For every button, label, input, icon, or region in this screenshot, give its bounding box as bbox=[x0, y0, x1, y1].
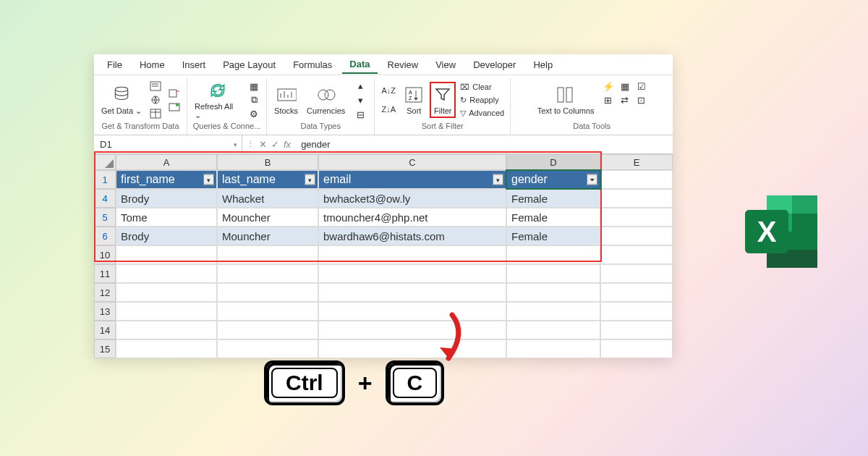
cell-c6[interactable]: bwardhaw6@histats.com bbox=[318, 227, 506, 245]
col-header-a[interactable]: A bbox=[116, 154, 217, 170]
cell-c13[interactable] bbox=[318, 302, 506, 321]
existing-conn-icon[interactable] bbox=[166, 101, 182, 114]
cell-a6[interactable]: Brody bbox=[116, 227, 217, 245]
cell-b11[interactable] bbox=[217, 264, 318, 283]
name-box[interactable]: D1 bbox=[94, 135, 242, 153]
col-header-c[interactable]: C bbox=[318, 154, 506, 170]
scroll-up-icon[interactable]: ▴ bbox=[352, 79, 368, 92]
tab-data[interactable]: Data bbox=[342, 56, 377, 74]
clear-filter-button[interactable]: ⌧Clear bbox=[459, 80, 506, 93]
cell-a10[interactable] bbox=[116, 245, 217, 264]
cell-e6[interactable] bbox=[600, 227, 673, 245]
enter-icon[interactable]: ✓ bbox=[271, 139, 279, 150]
data-validation-icon[interactable]: ☑ bbox=[634, 80, 650, 93]
from-table-icon[interactable] bbox=[148, 107, 163, 120]
cell-b12[interactable] bbox=[217, 283, 318, 302]
cell-e11[interactable] bbox=[600, 264, 673, 283]
queries-icon[interactable]: ▦ bbox=[246, 80, 262, 93]
cell-b6[interactable]: Mouncher bbox=[217, 227, 318, 245]
remove-dup-icon[interactable]: ▦ bbox=[617, 80, 633, 93]
sort-button[interactable]: AZ Sort bbox=[401, 83, 427, 117]
cell-d12[interactable] bbox=[506, 283, 600, 302]
expand-formula-icon[interactable]: ⋮ bbox=[247, 140, 255, 149]
cell-a15[interactable] bbox=[116, 339, 217, 358]
cell-a4[interactable]: Brody bbox=[116, 189, 217, 208]
cell-e15[interactable] bbox=[600, 339, 673, 358]
cell-d10[interactable] bbox=[506, 245, 600, 264]
stocks-button[interactable]: Stocks bbox=[271, 83, 301, 117]
cell-d6[interactable]: Female bbox=[506, 227, 600, 245]
cell-b10[interactable] bbox=[217, 245, 318, 264]
scroll-down-icon[interactable]: ▾ bbox=[352, 93, 368, 106]
row-header-1[interactable]: 1 bbox=[94, 170, 116, 189]
row-header-15[interactable]: 15 bbox=[94, 339, 116, 358]
edit-links-icon[interactable]: ⚙ bbox=[246, 107, 262, 120]
row-header-14[interactable]: 14 bbox=[94, 321, 116, 339]
consolidate-icon[interactable]: ⊞ bbox=[600, 93, 616, 106]
manage-model-icon[interactable]: ⊡ bbox=[634, 93, 650, 106]
cell-e1[interactable] bbox=[600, 170, 673, 189]
cell-d4[interactable]: Female bbox=[506, 189, 600, 208]
tab-help[interactable]: Help bbox=[526, 56, 560, 73]
cell-e12[interactable] bbox=[600, 283, 673, 302]
tab-review[interactable]: Review bbox=[380, 56, 426, 73]
from-text-icon[interactable] bbox=[148, 80, 163, 93]
from-web-icon[interactable] bbox=[148, 93, 163, 106]
tab-file[interactable]: File bbox=[100, 56, 129, 73]
cell-e5[interactable] bbox=[600, 208, 673, 227]
cell-a13[interactable] bbox=[116, 302, 217, 321]
cell-d1[interactable]: gender bbox=[506, 170, 600, 189]
recent-sources-icon[interactable] bbox=[166, 87, 182, 100]
row-header-5[interactable]: 5 bbox=[94, 208, 116, 227]
tab-formulas[interactable]: Formulas bbox=[286, 56, 339, 73]
fx-icon[interactable]: fx bbox=[284, 139, 291, 150]
cell-e4[interactable] bbox=[600, 189, 673, 208]
cell-a11[interactable] bbox=[116, 264, 217, 283]
currencies-button[interactable]: Currencies bbox=[304, 83, 348, 117]
cell-b13[interactable] bbox=[217, 302, 318, 321]
row-header-13[interactable]: 13 bbox=[94, 302, 116, 321]
cell-c4[interactable]: bwhacket3@ow.ly bbox=[318, 189, 506, 208]
cell-e13[interactable] bbox=[600, 302, 673, 321]
reapply-button[interactable]: ↻Reapply bbox=[459, 93, 506, 106]
row-header-10[interactable]: 10 bbox=[94, 245, 116, 264]
get-data-button[interactable]: Get Data ⌄ bbox=[98, 83, 145, 117]
cell-a1[interactable]: first_name bbox=[116, 170, 217, 189]
tab-developer[interactable]: Developer bbox=[466, 56, 523, 73]
cancel-icon[interactable]: ✕ bbox=[259, 139, 267, 150]
filter-active-icon[interactable] bbox=[587, 174, 597, 185]
cell-b1[interactable]: last_name bbox=[217, 170, 318, 189]
row-header-6[interactable]: 6 bbox=[94, 227, 116, 245]
text-to-columns-button[interactable]: Text to Columns bbox=[535, 83, 597, 117]
tab-home[interactable]: Home bbox=[132, 56, 172, 73]
relationships-icon[interactable]: ⇄ bbox=[617, 93, 633, 106]
row-header-12[interactable]: 12 bbox=[94, 283, 116, 302]
filter-button[interactable]: Filter bbox=[430, 82, 456, 118]
properties-icon[interactable]: ⧉ bbox=[246, 93, 262, 106]
tab-insert[interactable]: Insert bbox=[175, 56, 213, 73]
cell-c5[interactable]: tmouncher4@php.net bbox=[318, 208, 506, 227]
select-all-corner[interactable] bbox=[94, 154, 116, 170]
cell-d13[interactable] bbox=[506, 302, 600, 321]
cell-d14[interactable] bbox=[506, 321, 600, 339]
cell-d5[interactable]: Female bbox=[506, 208, 600, 227]
col-header-d[interactable]: D bbox=[506, 154, 600, 170]
advanced-filter-button[interactable]: ▽Advanced bbox=[459, 106, 506, 119]
filter-dropdown-icon[interactable] bbox=[203, 174, 214, 185]
cell-a12[interactable] bbox=[116, 283, 217, 302]
refresh-all-button[interactable]: Refresh All ⌄ bbox=[192, 79, 243, 122]
col-header-e[interactable]: E bbox=[600, 154, 673, 170]
cell-e10[interactable] bbox=[600, 245, 673, 264]
filter-dropdown-icon[interactable] bbox=[305, 174, 315, 185]
formula-input[interactable]: gender bbox=[295, 139, 673, 150]
cell-b5[interactable]: Mouncher bbox=[217, 208, 318, 227]
cell-c15[interactable] bbox=[318, 339, 506, 358]
tab-page-layout[interactable]: Page Layout bbox=[216, 56, 283, 73]
sort-asc-icon[interactable]: A↓Z bbox=[380, 84, 396, 97]
cell-a14[interactable] bbox=[116, 321, 217, 339]
cell-c1[interactable]: email bbox=[318, 170, 506, 189]
col-header-b[interactable]: B bbox=[217, 154, 318, 170]
row-header-4[interactable]: 4 bbox=[94, 189, 116, 208]
cell-a5[interactable]: Tome bbox=[116, 208, 217, 227]
flash-fill-icon[interactable]: ⚡ bbox=[600, 80, 616, 93]
